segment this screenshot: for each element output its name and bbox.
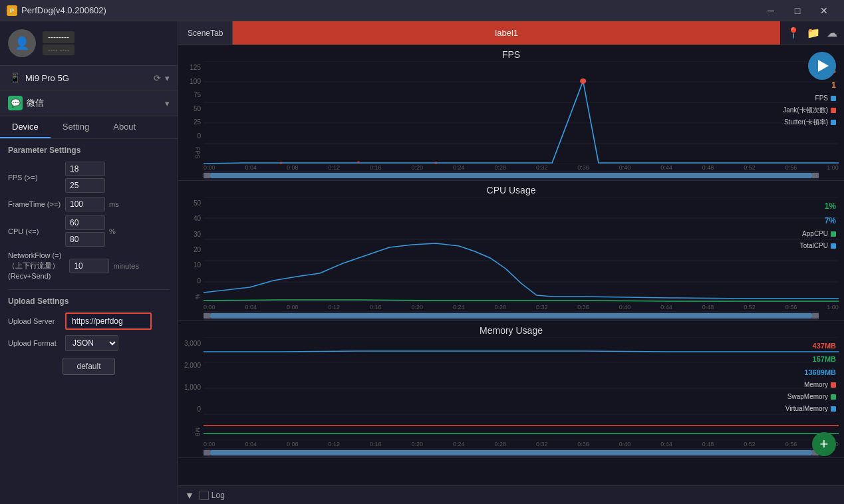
upload-server-input[interactable] xyxy=(65,313,152,330)
device-refresh-icon[interactable]: ⟳ xyxy=(154,73,161,83)
user-area: 👤 -------- ---- ---- xyxy=(0,21,178,66)
fps-y-75: 75 xyxy=(194,91,201,98)
fps-legend-jank: Jank(卡顿次数) xyxy=(783,104,836,116)
frametime-input[interactable] xyxy=(65,197,105,211)
fps-scrollbar-thumb[interactable] xyxy=(210,173,812,178)
play-button[interactable] xyxy=(808,52,836,80)
memory-legend-memory-label: Memory xyxy=(804,379,828,391)
networkflow-input[interactable] xyxy=(69,259,109,273)
fps-label: FPS (>=) xyxy=(8,174,61,182)
memory-scrollbar-left-handle[interactable] xyxy=(204,450,210,455)
svg-point-9 xyxy=(434,162,438,164)
sidebar-content: Parameter Settings FPS (>=) FrameTime (>… xyxy=(0,139,178,504)
tab-about[interactable]: About xyxy=(101,116,148,138)
app-dropdown-icon[interactable]: ▾ xyxy=(165,98,170,108)
default-button[interactable]: default xyxy=(63,358,114,375)
close-button[interactable]: ✕ xyxy=(811,0,837,21)
user-sub: ---- ---- xyxy=(43,45,74,55)
upload-server-label: Upload Server xyxy=(8,317,61,325)
cpu-scrollbar-left-handle[interactable] xyxy=(204,313,210,318)
fps-legend-val2: 1 xyxy=(783,78,836,93)
fps-input-2[interactable] xyxy=(65,178,105,193)
memory-chart-area: 0:00 0:04 0:08 0:12 0:16 0:20 0:24 0:28 … xyxy=(204,337,839,448)
fps-input-1[interactable] xyxy=(65,162,105,176)
device-dropdown-icon[interactable]: ▾ xyxy=(165,73,170,83)
folder-icon[interactable]: 📁 xyxy=(807,27,820,39)
play-icon xyxy=(818,60,829,72)
memory-legend-val3: 13689MB xyxy=(785,366,836,380)
fps-legend-stutter-label: Stutter(卡顿率) xyxy=(784,116,828,128)
svg-point-8 xyxy=(357,161,360,164)
maximize-button[interactable]: □ xyxy=(784,0,811,21)
title-bar-controls: ─ □ ✕ xyxy=(758,0,837,21)
cpu-scrollbar-thumb[interactable] xyxy=(210,313,812,318)
title-bar: P PerfDog(v4.0.200602) ─ □ ✕ xyxy=(0,0,844,21)
fps-legend-jank-label: Jank(卡顿次数) xyxy=(783,104,828,116)
avatar-icon: 👤 xyxy=(15,36,29,51)
cpu-chart-svg xyxy=(204,197,839,303)
cpu-chart-block: CPU Usage 50 40 30 20 10 0 % xyxy=(178,181,844,321)
memory-scrollbar-thumb[interactable] xyxy=(210,450,812,455)
bottom-expand-icon[interactable]: ▼ xyxy=(185,490,194,501)
fps-legend-stutter: Stutter(卡顿率) xyxy=(783,116,836,128)
frametime-label: FrameTime (>=) xyxy=(8,200,61,208)
minimize-button[interactable]: ─ xyxy=(758,0,784,21)
cpu-param-row: CPU (<=) % xyxy=(8,215,170,247)
memory-y-2000: 2,000 xyxy=(184,362,201,369)
cpu-x-labels: 0:00 0:04 0:08 0:12 0:16 0:20 0:24 0:28 … xyxy=(204,303,839,311)
cpu-legend-appcpu: AppCPU xyxy=(800,228,836,240)
memory-legend-memory: Memory xyxy=(785,379,836,391)
memory-legend-virtual-dot xyxy=(831,406,836,412)
fps-x-labels: 0:00 0:04 0:08 0:12 0:16 0:20 0:24 0:28 … xyxy=(204,164,839,171)
scene-label1: label1 xyxy=(233,21,780,45)
app-label: 微信 xyxy=(27,97,161,109)
upload-format-select[interactable]: JSON CSV xyxy=(65,335,118,351)
fps-legend-fps-label: FPS xyxy=(815,92,828,104)
fps-legend-fps-dot xyxy=(831,96,836,101)
memory-chart-title: Memory Usage xyxy=(178,321,844,337)
log-checkbox-box[interactable] xyxy=(200,491,209,500)
cpu-scrollbar-right-handle[interactable] xyxy=(812,313,819,318)
cpu-unit: % xyxy=(109,227,116,235)
cpu-input-1[interactable] xyxy=(65,215,105,230)
app-icon-wechat: 💬 xyxy=(8,96,23,110)
fps-chart-inner: 125 100 75 50 25 0 FPS xyxy=(178,61,844,171)
memory-y-axis: 3,000 2,000 1,000 0 MB xyxy=(178,337,204,448)
memory-legend-memory-dot xyxy=(831,382,836,388)
upload-settings-section: Upload Settings Upload Server Upload For… xyxy=(8,289,170,351)
cpu-legend-appcpu-label: AppCPU xyxy=(802,228,828,240)
fps-scrollbar[interactable] xyxy=(204,171,819,180)
fps-scrollbar-right-handle[interactable] xyxy=(812,173,819,178)
fps-y-0: 0 xyxy=(197,132,201,140)
location-icon[interactable]: 📍 xyxy=(787,27,800,39)
device-row[interactable]: 📱 Mi9 Pro 5G ⟳ ▾ xyxy=(0,66,178,90)
cloud-icon[interactable]: ☁ xyxy=(827,27,837,39)
cpu-y-axis: 50 40 30 20 10 0 % xyxy=(178,197,204,311)
app-row[interactable]: 💬 微信 ▾ xyxy=(0,90,178,116)
tab-setting[interactable]: Setting xyxy=(51,116,101,138)
cpu-legend-totalcpu-dot xyxy=(831,243,836,249)
tab-device[interactable]: Device xyxy=(0,116,51,138)
cpu-y-50: 50 xyxy=(194,199,201,207)
fps-chart-area: 0:00 0:04 0:08 0:12 0:16 0:20 0:24 0:28 … xyxy=(204,61,839,171)
memory-legend-swap: SwapMemory xyxy=(785,391,836,403)
add-chart-button[interactable]: + xyxy=(812,432,836,456)
memory-scrollbar[interactable] xyxy=(204,448,819,457)
svg-point-6 xyxy=(580,78,586,84)
cpu-scrollbar[interactable] xyxy=(204,311,819,320)
log-checkbox[interactable]: Log xyxy=(200,491,225,500)
cpu-y-0: 0 xyxy=(197,277,201,285)
memory-scrollbar-track xyxy=(204,450,819,455)
cpu-chart-inner: 50 40 30 20 10 0 % xyxy=(178,197,844,311)
networkflow-param-row: NetworkFlow (=) （上下行流量） (Recv+Send) minu… xyxy=(8,251,170,281)
fps-inputs xyxy=(65,162,105,193)
memory-legend-val1: 437MB xyxy=(785,340,836,353)
cpu-legend: 1% 7% AppCPU TotalCPU xyxy=(800,199,836,252)
user-info: -------- ---- ---- xyxy=(43,31,74,55)
main-content: SceneTab label1 📍 📁 ☁ + FPS 125 xyxy=(178,21,844,504)
tab-row: Device Setting About xyxy=(0,116,178,139)
fps-scrollbar-left-handle[interactable] xyxy=(204,173,210,178)
memory-legend-swap-label: SwapMemory xyxy=(787,391,828,403)
fps-scrollbar-track xyxy=(204,173,819,178)
cpu-input-2[interactable] xyxy=(65,232,105,247)
